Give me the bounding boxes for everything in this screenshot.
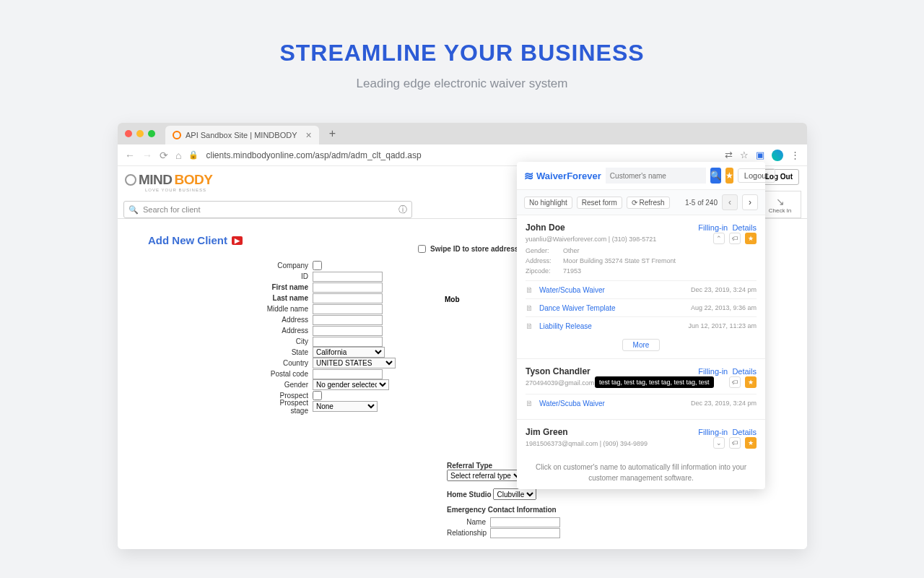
home-icon[interactable]: ⌂ <box>175 150 181 161</box>
star-icon: ★ <box>725 171 733 181</box>
waiverforever-logo[interactable]: ≋ WaiverForever <box>524 169 601 183</box>
no-highlight-button[interactable]: No highlight <box>524 197 572 209</box>
gender-select[interactable]: No gender selected <box>313 379 389 390</box>
waves-icon: ≋ <box>524 169 533 183</box>
tag-icon[interactable]: 🏷 <box>729 233 741 244</box>
address2-label: Address <box>262 327 313 335</box>
status-link[interactable]: Filling-in <box>698 367 728 376</box>
client-form: Company ID First name Last name Middle n… <box>262 260 511 412</box>
window-controls[interactable] <box>125 130 155 137</box>
close-tab-icon[interactable]: × <box>305 129 311 141</box>
status-link[interactable]: Filling-in <box>698 223 728 232</box>
referral-select[interactable]: Select referral type <box>447 470 523 481</box>
new-tab-button[interactable]: + <box>329 127 336 140</box>
waiver-row[interactable]: 🗎Liability ReleaseJun 12, 2017, 11:23 am <box>526 316 757 335</box>
waiver-date: Dec 23, 2019, 3:24 pm <box>691 286 757 293</box>
panel-logout-button[interactable]: Logout <box>738 168 775 183</box>
customer-name[interactable]: Jim Green <box>526 427 568 437</box>
expand-icon[interactable]: ⌄ <box>713 437 725 449</box>
state-select[interactable]: California <box>313 347 385 358</box>
panel-header: ≋ WaiverForever 🔍 ★ Logout <box>517 162 765 190</box>
addr-key: Address: <box>526 257 563 264</box>
prev-page-button[interactable]: ‹ <box>722 194 738 210</box>
prospect-checkbox[interactable] <box>313 391 322 400</box>
gender-label: Gender <box>262 381 313 389</box>
customer-card: John Doe Filling-in Details yuanliu@Waiv… <box>517 215 765 359</box>
translate-icon[interactable]: ⇄ <box>725 150 733 160</box>
extension-icon[interactable]: ▣ <box>756 150 764 160</box>
favicon-icon <box>173 131 181 139</box>
waiver-row[interactable]: 🗎Water/Scuba WaiverDec 23, 2019, 3:24 pm <box>526 394 757 412</box>
star-toggle-icon[interactable]: ★ <box>745 376 757 388</box>
refresh-button[interactable]: ⟳ Refresh <box>627 197 670 209</box>
waiverforever-panel: ≋ WaiverForever 🔍 ★ Logout No highlight … <box>517 162 765 489</box>
help-icon[interactable]: ⓘ <box>398 204 407 216</box>
country-select[interactable]: UNITED STATES <box>313 358 396 368</box>
forward-icon[interactable]: → <box>142 150 152 161</box>
document-icon: 🗎 <box>526 285 533 294</box>
customer-name[interactable]: Tyson Chandler <box>526 366 590 376</box>
waiver-name: Water/Scuba Waiver <box>539 286 605 294</box>
client-search-input[interactable]: 🔍 Search for client ⓘ <box>123 201 412 218</box>
stage-select[interactable]: None <box>313 401 378 412</box>
logo-text-mind: MIND <box>139 172 173 188</box>
star-toggle-icon[interactable]: ★ <box>745 233 757 244</box>
details-link[interactable]: Details <box>732 223 757 232</box>
customer-search-input[interactable] <box>606 168 706 184</box>
company-checkbox[interactable] <box>313 261 322 270</box>
emerg-rel-label: Relationship <box>447 529 490 537</box>
waiver-row[interactable]: 🗎Dance Waiver TemplateAug 22, 2013, 9:36… <box>526 298 757 316</box>
id-input[interactable] <box>313 272 383 282</box>
details-link[interactable]: Details <box>732 428 757 436</box>
tag-icon[interactable]: 🏷 <box>729 437 741 449</box>
address2-input[interactable] <box>313 326 383 336</box>
middlename-input[interactable] <box>313 304 383 314</box>
video-badge-icon[interactable]: ▶ <box>232 236 243 245</box>
country-label: Country <box>262 359 313 367</box>
reset-form-button[interactable]: Reset form <box>577 197 622 209</box>
lastname-input[interactable] <box>313 293 383 303</box>
chevron-right-icon: › <box>749 197 751 207</box>
brand-text: WaiverForever <box>536 171 601 181</box>
chevron-left-icon: ‹ <box>728 197 731 207</box>
maximize-window-icon[interactable] <box>148 130 155 137</box>
browser-tab[interactable]: API Sandbox Site | MINDBODY × <box>165 126 319 144</box>
details-link[interactable]: Details <box>732 367 757 376</box>
close-window-icon[interactable] <box>125 130 132 137</box>
emerg-rel-input[interactable] <box>490 528 560 538</box>
studio-select[interactable]: Clubville <box>493 488 536 500</box>
reload-icon[interactable]: ⟳ <box>160 150 168 161</box>
mindbody-logo[interactable]: MINDBODY <box>125 172 212 188</box>
firstname-input[interactable] <box>313 282 383 293</box>
more-button[interactable]: More <box>622 339 661 351</box>
address1-input[interactable] <box>313 315 383 325</box>
favorites-button[interactable]: ★ <box>725 168 733 184</box>
status-link[interactable]: Filling-in <box>698 428 728 436</box>
minimize-window-icon[interactable] <box>136 130 144 137</box>
customer-name[interactable]: John Doe <box>526 223 565 233</box>
nav-checkin[interactable]: ↘Check In <box>759 191 801 218</box>
swipe-checkbox[interactable] <box>418 245 426 253</box>
url-text[interactable]: clients.mindbodyonline.com/asp/adm/adm_c… <box>206 150 718 160</box>
document-icon: 🗎 <box>526 303 533 312</box>
tag-icon[interactable]: 🏷 <box>729 376 741 388</box>
back-icon[interactable]: ← <box>125 150 135 161</box>
lastname-label: Last name <box>262 294 313 302</box>
bookmark-star-icon[interactable]: ☆ <box>740 150 749 160</box>
city-input[interactable] <box>313 337 383 347</box>
next-page-button[interactable]: › <box>742 194 758 210</box>
star-toggle-icon[interactable]: ★ <box>745 437 757 449</box>
profile-avatar-icon[interactable] <box>772 150 783 161</box>
menu-icon[interactable]: ⋮ <box>790 150 800 160</box>
emerg-name-input[interactable] <box>490 517 560 527</box>
middlename-label: Middle name <box>262 305 313 313</box>
postal-label: Postal code <box>262 370 313 378</box>
tab-title: API Sandbox Site | MINDBODY <box>186 131 297 139</box>
search-button[interactable]: 🔍 <box>710 168 721 184</box>
collapse-icon[interactable]: ⌃ <box>713 233 725 244</box>
document-icon: 🗎 <box>526 322 533 330</box>
logo-text-body: BODY <box>175 172 213 188</box>
postal-input[interactable] <box>313 369 383 379</box>
waiver-row[interactable]: 🗎Water/Scuba WaiverDec 23, 2019, 3:24 pm <box>526 281 757 298</box>
waiver-name: Water/Scuba Waiver <box>539 400 605 407</box>
